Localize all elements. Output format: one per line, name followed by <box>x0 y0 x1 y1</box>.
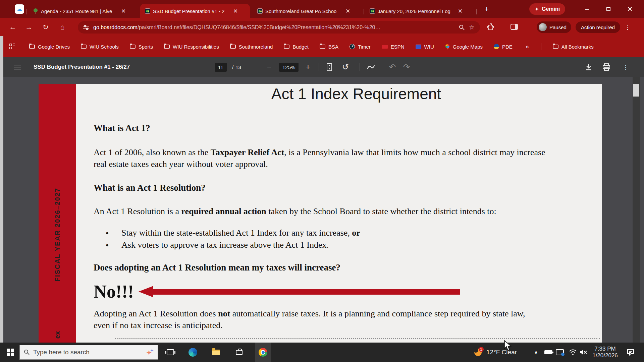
heading-taxes-increase: Does adopting an Act 1 Resolution mean m… <box>94 262 340 273</box>
scrollbar[interactable] <box>633 77 640 343</box>
back-button[interactable]: ← <box>7 18 19 36</box>
annotate-button[interactable] <box>367 57 375 77</box>
bookmark-wiu-schools[interactable]: WIU Schools <box>81 44 119 50</box>
bookmarks-overflow-button[interactable]: » <box>526 43 529 50</box>
bookmark-wiu-responsibilities[interactable]: WIU Responsibilities <box>164 44 219 50</box>
tab-separator <box>476 9 477 14</box>
slide-title: Act 1 Index Requirement <box>93 85 619 103</box>
left-arrow-graphic <box>139 286 460 297</box>
close-icon[interactable]: ✕ <box>457 8 464 15</box>
bookmark-label: BSA <box>328 44 338 50</box>
address-bar[interactable]: go.boarddocs.com/pa/smrl/Board.nsf/files… <box>78 21 480 34</box>
maximize-icon <box>606 7 610 11</box>
bookmark-timer[interactable]: Timer <box>350 44 371 50</box>
start-button[interactable] <box>3 343 18 362</box>
action-required-button[interactable]: Action required <box>576 21 620 33</box>
browser-menu-button[interactable]: ⋮ <box>625 18 631 36</box>
reload-button[interactable]: ↻ <box>40 18 52 36</box>
search-highlights-icon[interactable] <box>146 349 154 356</box>
chrome-icon <box>259 348 267 357</box>
store-bag-icon <box>236 350 243 355</box>
volume-muted-icon[interactable] <box>578 343 589 362</box>
edge-app-button[interactable] <box>185 343 200 362</box>
bookmark-budget[interactable]: Budget <box>284 44 309 50</box>
divider <box>319 63 319 71</box>
bookmark-bsa[interactable]: BSA <box>320 44 338 50</box>
close-icon[interactable]: ✕ <box>232 8 239 15</box>
action-center-button[interactable] <box>623 343 638 362</box>
pinned-tab[interactable]: ☁ <box>15 4 24 14</box>
zoom-out-button[interactable]: − <box>267 57 271 77</box>
bookmark-espn[interactable]: ESPN <box>382 44 405 50</box>
tab-title: SSD Budget Presentation #1 - 2 <box>153 8 229 14</box>
boarddocs-icon <box>257 8 263 14</box>
site-settings-icon[interactable] <box>83 25 89 30</box>
gemini-label: Gemini <box>542 6 560 12</box>
page-count: /13 <box>232 57 241 77</box>
close-icon[interactable]: ✕ <box>120 8 127 15</box>
pdf-document-title: SSD Budget Presentation #1 - 26/27 <box>34 57 130 77</box>
gemini-button[interactable]: Gemini <box>529 3 565 15</box>
bookmark-sports[interactable]: Sports <box>130 44 153 50</box>
tray-expand-button[interactable]: ∧ <box>531 343 541 362</box>
undo-button[interactable]: ↶ <box>389 57 396 77</box>
search-placeholder: Type here to search <box>33 349 143 356</box>
tab-personnel-log[interactable]: January 20, 2026 Personnel Log ✕ <box>365 4 473 18</box>
display-device-icon[interactable] <box>554 343 566 362</box>
bookmark-pde[interactable]: PDE <box>494 44 513 50</box>
bookmark-southmoreland[interactable]: Southmoreland <box>230 44 273 50</box>
home-button[interactable]: ⌂ <box>56 18 68 36</box>
folder-icon <box>29 45 35 49</box>
new-tab-button[interactable]: + <box>482 5 491 14</box>
forward-button[interactable]: → <box>23 18 35 36</box>
task-view-button[interactable] <box>163 343 178 362</box>
window-close-button[interactable]: ✕ <box>623 0 637 18</box>
tab-agenda[interactable]: Agenda - 2351 Route 981 | Alve ✕ <box>28 4 138 18</box>
bookmarks-bar: Google Drives WIU Schools Sports WIU Res… <box>0 36 644 57</box>
divider <box>360 63 360 71</box>
download-button[interactable] <box>585 57 592 77</box>
gemini-spark-icon <box>535 7 539 11</box>
window-maximize-button[interactable] <box>601 0 616 18</box>
close-icon[interactable]: ✕ <box>344 8 351 15</box>
tab-ssd-budget-presentation[interactable]: SSD Budget Presentation #1 - 2 ✕ <box>140 4 250 18</box>
print-button[interactable] <box>602 57 610 77</box>
scrollbar-thumb[interactable] <box>633 84 639 97</box>
redo-button[interactable]: ↷ <box>403 57 410 77</box>
weather-widget[interactable]: 1 12°F Clear <box>472 343 519 362</box>
bookmark-wiu[interactable]: WIU <box>416 44 434 50</box>
rotate-button[interactable]: ↺ <box>342 57 349 77</box>
zoom-level: 125% <box>279 57 299 77</box>
bullet-ask-voters: Ask voters to approve a tax increase abo… <box>121 239 360 251</box>
notification-badge: 1 <box>479 347 484 352</box>
boarddocs-icon <box>370 8 375 14</box>
zoom-in-button[interactable]: + <box>306 57 310 77</box>
all-bookmarks-button[interactable]: All Bookmarks <box>553 44 594 50</box>
battery-icon[interactable] <box>543 343 554 362</box>
windows-logo-icon <box>7 349 14 356</box>
no-answer-row: No!!! <box>94 283 460 301</box>
extensions-icon[interactable] <box>487 23 494 32</box>
page-number-input[interactable]: 11 <box>215 57 227 77</box>
window-minimize-button[interactable]: – <box>580 0 594 18</box>
microsoft-store-button[interactable] <box>232 343 247 362</box>
taskbar-clock[interactable]: 7:33 PM 1/20/2026 <box>589 343 621 362</box>
file-explorer-button[interactable] <box>209 343 223 362</box>
bookmark-label: Budget <box>292 44 309 50</box>
bookmark-google-drives[interactable]: Google Drives <box>29 44 70 50</box>
pdf-more-options-button[interactable]: ⋮ <box>623 57 629 77</box>
fit-page-button[interactable] <box>327 57 332 77</box>
pdf-menu-button[interactable] <box>14 57 21 77</box>
wifi-icon[interactable] <box>568 343 578 362</box>
bookmark-star-icon[interactable]: ☆ <box>469 23 475 31</box>
apps-grid-icon[interactable] <box>9 44 15 50</box>
zoom-icon[interactable] <box>459 24 465 31</box>
bookmark-label: Google Maps <box>453 44 483 50</box>
profile-button[interactable]: Paused <box>537 21 571 33</box>
bookmark-google-maps[interactable]: Google Maps <box>445 44 483 50</box>
chrome-app-button[interactable] <box>255 343 271 362</box>
side-panel-icon[interactable] <box>511 24 518 30</box>
pdf-content-area: FISCAL YEAR 2026–2027 ex Act 1 Index Req… <box>0 77 644 343</box>
taskbar-search-input[interactable]: Type here to search <box>19 345 158 360</box>
tab-southmoreland[interactable]: Southmoreland Great PA Schoo ✕ <box>253 4 362 18</box>
